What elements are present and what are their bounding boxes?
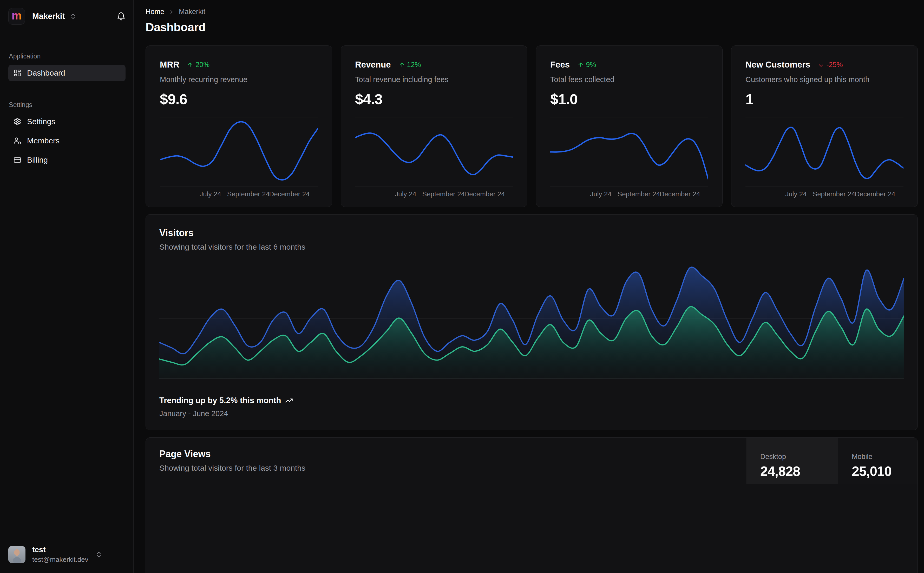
visitors-range-text: January - June 2024 xyxy=(159,409,904,418)
stat-desc: Total revenue including fees xyxy=(355,75,513,84)
axis-tick: September 24 xyxy=(618,190,660,198)
axis-tick: July 24 xyxy=(395,190,416,198)
notifications-button[interactable] xyxy=(117,12,126,21)
chevrons-up-down-icon xyxy=(70,13,77,20)
sidebar-item-settings[interactable]: Settings xyxy=(8,113,126,130)
visitors-trend-text: Trending up by 5.2% this month xyxy=(159,396,281,405)
arrow-down-icon xyxy=(818,61,824,68)
axis-tick: December 24 xyxy=(269,190,310,198)
bell-icon xyxy=(117,12,126,21)
chevrons-up-down-icon xyxy=(95,551,102,558)
arrow-up-icon xyxy=(187,61,193,68)
brand-logo-letter: m xyxy=(11,10,22,21)
stat-title: New Customers xyxy=(745,60,810,70)
page-title: Dashboard xyxy=(146,20,918,34)
brand-logo: m xyxy=(8,8,25,25)
credit-card-icon xyxy=(14,156,21,164)
stat-card-revenue: Revenue 12% Total revenue including fees… xyxy=(341,45,527,207)
trend-value: 9% xyxy=(586,61,596,69)
sidebar-section-label: Settings xyxy=(9,101,126,108)
user-meta: test test@makerkit.dev xyxy=(32,545,88,564)
breadcrumb-home[interactable]: Home xyxy=(146,8,164,16)
stat-value: 1 xyxy=(745,91,904,108)
axis-tick: September 24 xyxy=(422,190,465,198)
trend-badge: 9% xyxy=(577,61,596,69)
app-root: m Makerkit Application Dashboard xyxy=(0,0,924,573)
stat-value: $9.6 xyxy=(160,91,318,108)
chevron-right-icon xyxy=(168,9,175,15)
main-content: Home Makerkit Dashboard MRR 20% xyxy=(133,0,924,573)
trend-value: 20% xyxy=(196,61,210,69)
stat-desc: Total fees collected xyxy=(550,75,708,84)
page-views-bar-chart xyxy=(159,484,904,573)
toggle-desktop-value: 24,828 xyxy=(760,463,838,479)
revenue-sparkline-chart: July 24 September 24 December 24 xyxy=(355,117,513,199)
stat-desc: Customers who signed up this month xyxy=(745,75,904,84)
axis-tick: September 24 xyxy=(227,190,270,198)
trend-badge: 20% xyxy=(187,61,210,69)
stat-title: MRR xyxy=(160,60,179,70)
team-selector[interactable]: Makerkit xyxy=(32,12,77,21)
stat-title: Fees xyxy=(550,60,570,70)
visitors-title: Visitors xyxy=(159,227,904,238)
user-avatar xyxy=(8,546,25,563)
users-icon xyxy=(14,137,21,145)
trend-value: 12% xyxy=(407,61,421,69)
trending-up-icon xyxy=(285,397,293,404)
axis-tick: July 24 xyxy=(785,190,806,198)
mrr-sparkline-chart: July 24 September 24 December 24 xyxy=(160,117,318,199)
stat-card-new-customers: New Customers -25% Customers who signed … xyxy=(731,45,918,207)
axis-tick: September 24 xyxy=(813,190,855,198)
gear-icon xyxy=(14,117,21,125)
axis-tick: July 24 xyxy=(590,190,611,198)
breadcrumb-current: Makerkit xyxy=(179,8,206,16)
user-email: test@makerkit.dev xyxy=(32,556,88,564)
stat-card-fees: Fees 9% Total fees collected $1.0 July 2… xyxy=(536,45,723,207)
sidebar-section-label: Application xyxy=(9,52,126,60)
fees-sparkline-chart: July 24 September 24 December 24 xyxy=(550,117,708,199)
sidebar-item-label: Dashboard xyxy=(27,69,65,77)
sidebar-item-dashboard[interactable]: Dashboard xyxy=(8,65,126,81)
stat-value: $1.0 xyxy=(550,91,708,108)
sidebar-header: m Makerkit xyxy=(8,8,126,25)
trend-badge: 12% xyxy=(399,61,421,69)
visitors-area-chart xyxy=(159,262,904,379)
axis-tick: December 24 xyxy=(855,190,896,198)
sidebar-section-settings: Settings Settings Members Billing xyxy=(8,101,126,168)
user-menu[interactable]: test test@makerkit.dev xyxy=(8,545,126,564)
page-views-card: Page Views Showing total visitors for th… xyxy=(146,437,918,573)
breadcrumb: Home Makerkit xyxy=(146,8,918,16)
sidebar: m Makerkit Application Dashboard xyxy=(0,0,133,573)
toggle-desktop-label: Desktop xyxy=(760,453,838,461)
arrow-up-icon xyxy=(577,61,584,68)
arrow-up-icon xyxy=(399,61,405,68)
stat-card-mrr: MRR 20% Monthly recurring revenue $9.6 J… xyxy=(146,45,332,207)
stat-cards-row: MRR 20% Monthly recurring revenue $9.6 J… xyxy=(146,45,918,207)
sidebar-item-billing[interactable]: Billing xyxy=(8,152,126,168)
toggle-mobile[interactable]: Mobile 25,010 xyxy=(838,438,918,484)
axis-tick: December 24 xyxy=(660,190,700,198)
user-name: test xyxy=(32,545,88,554)
visitors-card: Visitors Showing total visitors for the … xyxy=(146,214,918,430)
visitors-subtitle: Showing total visitors for the last 6 mo… xyxy=(159,243,904,251)
stat-desc: Monthly recurring revenue xyxy=(160,75,318,84)
sidebar-item-members[interactable]: Members xyxy=(8,133,126,149)
sidebar-item-label: Members xyxy=(27,136,60,145)
toggle-desktop[interactable]: Desktop 24,828 xyxy=(747,438,838,484)
stat-value: $4.3 xyxy=(355,91,513,108)
new-customers-sparkline-chart: July 24 September 24 December 24 xyxy=(745,117,904,199)
toggle-mobile-value: 25,010 xyxy=(852,463,918,479)
stat-title: Revenue xyxy=(355,60,391,70)
trend-badge: -25% xyxy=(818,61,842,69)
dashboard-grid-icon xyxy=(14,69,21,77)
team-name: Makerkit xyxy=(32,12,65,21)
toggle-mobile-label: Mobile xyxy=(852,453,918,461)
axis-tick: July 24 xyxy=(199,190,221,198)
trend-value: -25% xyxy=(826,61,842,69)
axis-tick: December 24 xyxy=(464,190,505,198)
sidebar-item-label: Settings xyxy=(27,117,55,126)
sidebar-section-application: Application Dashboard xyxy=(8,52,126,81)
page-views-title: Page Views xyxy=(159,449,747,459)
page-views-subtitle: Showing total visitors for the last 3 mo… xyxy=(159,463,747,473)
sidebar-item-label: Billing xyxy=(27,156,48,164)
